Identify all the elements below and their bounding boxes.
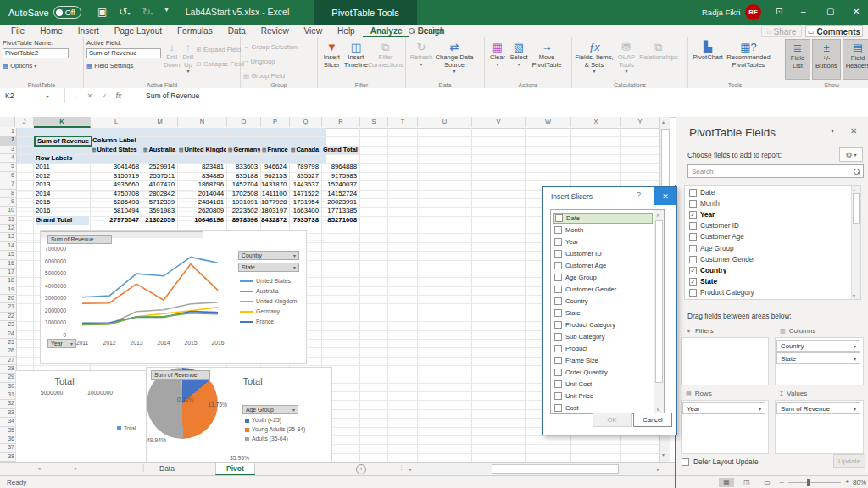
sheet-tab-pivot[interactable]: Pivot <box>215 463 255 475</box>
row-header-28[interactable]: 28 <box>0 365 17 374</box>
expand-icon[interactable]: ⊞ <box>92 147 96 152</box>
field-list-button[interactable]: ≣Field List <box>785 39 810 80</box>
slicer-item-order-quantity[interactable]: Order Quantity <box>553 367 653 378</box>
column-header-X[interactable]: X <box>571 117 621 127</box>
slicer-item-customer-id[interactable]: Customer ID <box>553 248 653 259</box>
row-header-32[interactable]: 32 <box>0 400 17 409</box>
checkbox-icon[interactable] <box>554 262 562 269</box>
row-header-30[interactable]: 30 <box>0 383 17 391</box>
expand-icon[interactable]: ⊞ <box>143 147 147 152</box>
select-all-corner[interactable] <box>0 117 15 127</box>
formula-content[interactable]: Sum of Revenue <box>146 92 199 100</box>
checkbox-icon[interactable] <box>554 380 562 388</box>
checkbox-icon[interactable] <box>554 345 562 352</box>
save-icon[interactable]: ▣ <box>97 6 107 18</box>
checkbox-icon[interactable] <box>689 233 697 241</box>
checkbox-icon[interactable] <box>554 226 562 234</box>
active-field-input[interactable]: Sum of Revenue <box>86 48 161 58</box>
row-header-27[interactable]: 27 <box>0 357 17 365</box>
rows-item-year[interactable]: Year▾ <box>682 402 765 414</box>
slicer-item-sub-category[interactable]: Sub Category <box>553 331 653 342</box>
row-header-7[interactable]: 7 <box>0 180 17 190</box>
row-header-1[interactable]: 1 <box>0 128 17 136</box>
checkbox-icon[interactable] <box>554 274 562 281</box>
slicer-item-year[interactable]: Year <box>553 236 653 247</box>
pie-value-field-button[interactable]: Sum of Revenue <box>151 370 210 380</box>
insert-timeline-button[interactable]: ◫Insert Timeline <box>343 39 369 80</box>
row-header-24[interactable]: 24 <box>0 330 17 339</box>
tab-formulas[interactable]: Formulas <box>170 25 220 36</box>
pivot-colhead-canada[interactable]: ⊞Canada <box>291 146 321 154</box>
pivot-row-2011[interactable]: 2011 <box>36 163 89 171</box>
checkbox-icon[interactable]: ✓ <box>689 278 697 286</box>
row-header-5[interactable]: 5 <box>0 163 17 172</box>
dialog-help-icon[interactable]: ? <box>637 191 641 199</box>
row-header-35[interactable]: 35 <box>0 427 17 435</box>
row-header-12[interactable]: 12 <box>0 225 17 233</box>
pivot-title-cell[interactable]: Sum of Revenue <box>34 136 92 147</box>
field-item-product-category[interactable]: Product Category <box>689 288 754 298</box>
insert-function-icon[interactable]: fx <box>116 92 122 100</box>
pivot-row-2015[interactable]: 2015 <box>36 198 89 207</box>
column-header-S[interactable]: S <box>360 117 388 127</box>
name-box[interactable]: K2▾ <box>0 88 65 103</box>
move-pivottable-button[interactable]: →Move PivotTable <box>530 39 564 80</box>
pivot-row-2012[interactable]: 2012 <box>36 172 89 180</box>
pivot-row-2016[interactable]: 2016 <box>36 207 89 215</box>
slicer-item-unit-cost[interactable]: Unit Cost <box>553 379 653 390</box>
dialog-scrollbar[interactable]: ∧∨ <box>654 210 664 413</box>
row-header-29[interactable]: 29 <box>0 374 17 383</box>
slicer-item-product[interactable]: Product <box>553 343 653 354</box>
field-settings-button[interactable]: ▦Field Settings <box>86 60 161 71</box>
row-header-34[interactable]: 34 <box>0 418 17 427</box>
expand-icon[interactable]: ⊞ <box>262 147 266 152</box>
confirm-entry-icon[interactable]: ✓ <box>102 92 108 100</box>
pane-tools-button[interactable]: ⚙▾ <box>839 147 863 162</box>
defer-checkbox[interactable] <box>682 458 689 466</box>
checkbox-icon[interactable] <box>554 238 562 246</box>
column-header-M[interactable]: M <box>142 117 178 127</box>
pivotchart-button[interactable]: ▙PivotChart <box>691 39 725 80</box>
column-header-R[interactable]: R <box>322 117 360 127</box>
sheet-tab-data[interactable]: Data <box>149 463 185 475</box>
cancel-entry-icon[interactable]: ✕ <box>87 92 93 100</box>
pivottable-name-input[interactable]: PivotTable2 <box>3 48 69 58</box>
close-icon[interactable]: ✕ <box>853 7 860 16</box>
row-header-26[interactable]: 26 <box>0 347 17 357</box>
pane-search-input[interactable]: Search <box>687 164 864 178</box>
checkbox-icon[interactable] <box>689 200 697 208</box>
column-header-N[interactable]: N <box>178 117 227 127</box>
field-item-customer-gender[interactable]: Customer Gender <box>689 254 755 264</box>
tab-help[interactable]: Help <box>330 25 363 36</box>
row-header-25[interactable]: 25 <box>0 339 17 347</box>
columns-item-country[interactable]: Country▾ <box>776 340 860 352</box>
sheet-nav-right-icon[interactable]: ▸ <box>75 465 78 472</box>
expand-icon[interactable]: ⊞ <box>291 147 295 152</box>
columns-item-state[interactable]: State▾ <box>776 352 860 364</box>
checkbox-icon[interactable] <box>554 333 562 341</box>
pane-close-icon[interactable]: ✕ <box>850 126 857 136</box>
tab-home[interactable]: Home <box>32 25 70 36</box>
row-header-6[interactable]: 6 <box>0 172 17 180</box>
select-button[interactable]: ▧Select▾ <box>508 39 530 80</box>
bar-chart[interactable]: Total500000010000000Total <box>15 370 147 462</box>
checkbox-icon[interactable] <box>554 286 562 293</box>
row-header-33[interactable]: 33 <box>0 409 17 418</box>
zoom-level[interactable]: 80% <box>853 479 866 486</box>
insert-slicer-button[interactable]: ▼Insert Slicer <box>320 39 343 80</box>
normal-view-icon[interactable]: ▦ <box>719 478 734 487</box>
checkbox-icon[interactable] <box>689 189 697 197</box>
tab-view[interactable]: View <box>297 25 331 36</box>
checkbox-icon[interactable] <box>554 297 562 305</box>
expand-icon[interactable]: ⊞ <box>179 147 183 152</box>
slicer-item-customer-gender[interactable]: Customer Gender <box>553 284 653 295</box>
defer-layout-update[interactable]: Defer Layout Update <box>682 458 759 466</box>
page-layout-view-icon[interactable]: ◫ <box>739 478 754 487</box>
pivot-row-2013[interactable]: 2013 <box>36 180 89 189</box>
zoom-slider-thumb[interactable] <box>807 479 810 486</box>
zoom-slider[interactable] <box>788 482 841 483</box>
comments-button[interactable]: ▭ Comments <box>805 25 863 37</box>
field-item-customer-age[interactable]: Customer Age <box>689 232 744 242</box>
checkbox-icon[interactable] <box>689 289 697 297</box>
row-header-22[interactable]: 22 <box>0 313 17 321</box>
